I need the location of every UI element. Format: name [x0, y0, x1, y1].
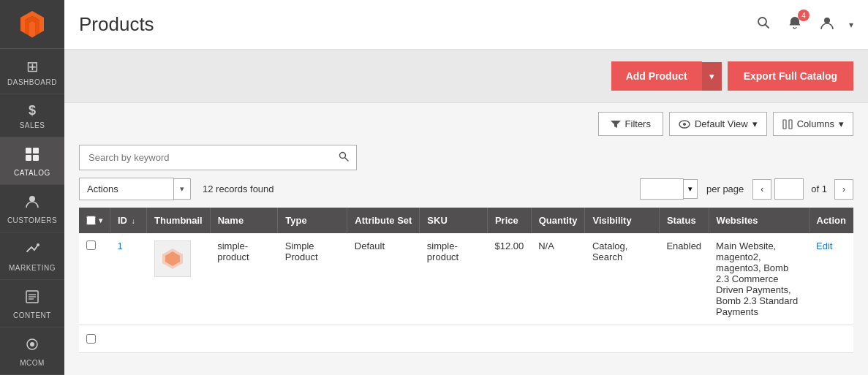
add-product-group: Add Product ▾ — [611, 61, 722, 91]
svg-point-7 — [29, 196, 35, 202]
notification-badge: 4 — [798, 10, 809, 21]
actions-dropdown-arrow[interactable]: ▾ — [174, 178, 191, 200]
main-content: Products 4 ▾ — [64, 0, 868, 375]
th-attribute-set[interactable]: Attribute Set — [347, 208, 420, 233]
cell-thumbnail — [147, 233, 211, 325]
sidebar-item-sales[interactable]: $ SALES — [0, 94, 64, 137]
th-websites[interactable]: Websites — [709, 208, 809, 233]
table-row-empty — [79, 325, 853, 353]
sidebar-label-sales: SALES — [20, 121, 45, 129]
search-submit-button[interactable] — [331, 145, 356, 170]
th-id[interactable]: ID ↓ — [110, 208, 147, 233]
th-price[interactable]: Price — [487, 208, 531, 233]
columns-icon — [782, 119, 793, 129]
header-dropdown-arrow[interactable]: ▾ — [849, 20, 853, 30]
th-status[interactable]: Status — [659, 208, 709, 233]
svg-line-24 — [345, 158, 349, 162]
product-id-link[interactable]: 1 — [118, 240, 123, 251]
th-visibility[interactable]: Visibility — [585, 208, 659, 233]
actions-select[interactable]: Actions — [79, 178, 174, 200]
cell-id: 1 — [110, 233, 147, 325]
th-quantity[interactable]: Quantity — [531, 208, 585, 233]
sidebar-item-dashboard[interactable]: ⊞ DASHBOARD — [0, 49, 64, 94]
search-input[interactable] — [80, 146, 331, 169]
sidebar-item-marketing[interactable]: MARKETING — [0, 232, 64, 280]
user-icon — [820, 15, 834, 30]
svg-rect-21 — [783, 120, 786, 129]
view-dropdown-arrow: ▾ — [752, 118, 758, 129]
dashboard-icon: ⊞ — [26, 58, 39, 75]
sidebar-item-customers[interactable]: CUSTOMERS — [0, 185, 64, 232]
list-controls: Actions ▾ 12 records found 20 ▾ per page… — [64, 178, 868, 208]
cell-attribute-set: Default — [347, 233, 420, 325]
sidebar-label-dashboard: DASHBOARD — [7, 78, 57, 86]
cell-websites: Main Website, magento2, magento3, Bomb 2… — [709, 233, 809, 325]
header-search-button[interactable] — [754, 13, 773, 36]
svg-line-16 — [766, 25, 769, 29]
actions-select-wrapper: Actions ▾ — [79, 178, 191, 200]
columns-button[interactable]: Columns ▾ — [773, 112, 853, 136]
svg-point-14 — [30, 342, 34, 346]
row-checkbox-2[interactable] — [86, 334, 96, 344]
sidebar: ⊞ DASHBOARD $ SALES CATALOG CUSTOMERS — [0, 0, 64, 375]
action-bar: Add Product ▾ Export Full Catalog — [64, 50, 868, 103]
svg-point-20 — [683, 123, 686, 126]
sidebar-label-content: CONTENT — [13, 311, 51, 319]
filter-icon — [611, 120, 621, 129]
pagination: 20 ▾ per page ‹ 1 of 1 › — [640, 178, 853, 200]
prev-page-button[interactable]: ‹ — [752, 179, 771, 200]
eye-icon — [679, 120, 690, 129]
th-sku[interactable]: SKU — [420, 208, 488, 233]
th-checkbox-arrow[interactable]: ▾ — [99, 216, 102, 224]
edit-product-link[interactable]: Edit — [816, 240, 832, 251]
id-sort-icon: ↓ — [132, 217, 135, 225]
th-action: Action — [809, 208, 853, 233]
export-catalog-button[interactable]: Export Full Catalog — [728, 61, 853, 91]
add-product-dropdown-button[interactable]: ▾ — [702, 62, 722, 91]
per-page-wrapper: 20 ▾ — [640, 178, 698, 200]
records-count: 12 records found — [203, 183, 274, 194]
svg-rect-6 — [33, 155, 39, 161]
customers-icon — [24, 194, 40, 213]
search-actions-row — [64, 145, 868, 178]
per-page-input[interactable]: 20 — [640, 178, 684, 200]
cell-name: simple-product — [210, 233, 278, 325]
magento-logo-icon — [18, 10, 47, 39]
th-name[interactable]: Name — [210, 208, 278, 233]
per-page-dropdown-button[interactable]: ▾ — [684, 179, 698, 199]
product-thumbnail — [154, 240, 191, 277]
marketing-icon — [24, 241, 40, 261]
header-right: 4 ▾ — [754, 12, 853, 37]
catalog-icon — [24, 146, 40, 166]
user-menu-button[interactable] — [817, 12, 837, 37]
table-wrapper: ▾ ID ↓ Thumbnail Name Type Attribute Set… — [64, 208, 868, 353]
cell-quantity: N/A — [531, 233, 585, 325]
columns-dropdown-arrow: ▾ — [839, 118, 844, 129]
cell-action: Edit — [809, 233, 853, 325]
filters-button[interactable]: Filters — [598, 112, 663, 136]
search-icon — [757, 16, 770, 29]
content-icon — [24, 289, 40, 308]
add-product-button[interactable]: Add Product — [611, 61, 702, 91]
default-view-button[interactable]: Default View ▾ — [669, 112, 767, 136]
thumbnail-placeholder-icon — [161, 247, 184, 270]
next-page-button[interactable]: › — [834, 179, 853, 200]
current-page-input[interactable]: 1 — [774, 178, 804, 200]
search-box — [79, 145, 357, 170]
sidebar-item-mcom[interactable]: MCOM — [0, 327, 64, 375]
svg-rect-22 — [789, 120, 792, 129]
sidebar-item-content[interactable]: CONTENT — [0, 280, 64, 327]
svg-marker-18 — [611, 121, 621, 128]
per-page-label: per page — [706, 183, 744, 194]
top-header: Products 4 ▾ — [64, 0, 868, 50]
select-all-checkbox[interactable] — [86, 216, 96, 225]
products-table: ▾ ID ↓ Thumbnail Name Type Attribute Set… — [79, 208, 853, 353]
sidebar-item-catalog[interactable]: CATALOG — [0, 137, 64, 185]
sales-icon: $ — [29, 103, 36, 118]
th-type[interactable]: Type — [278, 208, 347, 233]
notification-button[interactable]: 4 — [785, 12, 805, 37]
row-checkbox[interactable] — [86, 240, 96, 250]
sidebar-label-mcom: MCOM — [20, 359, 45, 367]
th-thumbnail: Thumbnail — [147, 208, 211, 233]
svg-point-17 — [824, 18, 830, 23]
